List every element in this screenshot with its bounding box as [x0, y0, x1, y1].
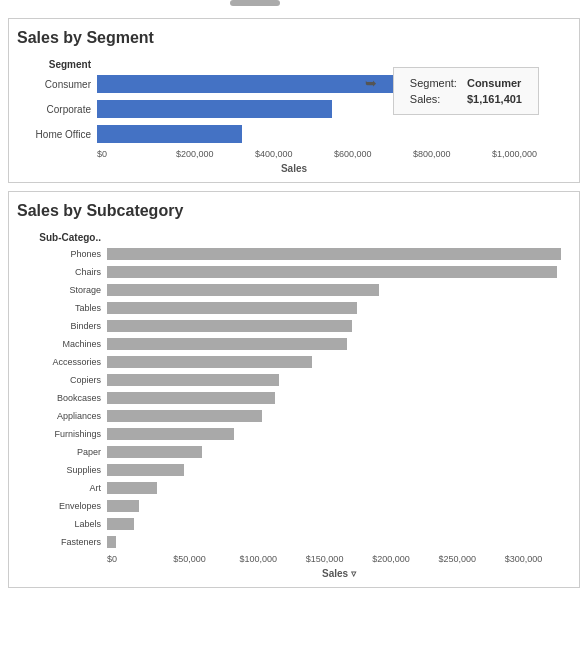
sub-bar-chairs[interactable]	[107, 266, 557, 278]
sub-row-labels[interactable]: Labels	[17, 516, 571, 532]
segment-row-homeoffice[interactable]: Home Office	[17, 123, 571, 145]
sub-column-header: Sub-Catego..	[17, 232, 107, 243]
sub-row-appliances[interactable]: Appliances	[17, 408, 571, 424]
sub-row-chairs[interactable]: Chairs	[17, 264, 571, 280]
sub-bar-fasteners[interactable]	[107, 536, 116, 548]
sub-row-storage[interactable]: Storage	[17, 282, 571, 298]
sub-label-phones: Phones	[17, 249, 107, 259]
subcategory-chart-title: Sales by Subcategory	[17, 202, 571, 220]
sub-bar-binders[interactable]	[107, 320, 352, 332]
tooltip-sales-value: $1,161,401	[463, 92, 526, 106]
sub-bar-supplies[interactable]	[107, 464, 184, 476]
sub-x-tick-5: $250,000	[438, 554, 504, 564]
tooltip-table: Segment: Consumer Sales: $1,161,401	[404, 74, 528, 108]
sub-label-art: Art	[17, 483, 107, 493]
sub-header-row: Sub-Catego..	[17, 228, 571, 246]
sub-label-binders: Binders	[17, 321, 107, 331]
sub-bar-furnishings[interactable]	[107, 428, 234, 440]
sub-label-accessories: Accessories	[17, 357, 107, 367]
sub-label-storage: Storage	[17, 285, 107, 295]
sub-label-chairs: Chairs	[17, 267, 107, 277]
x-tick-3: $600,000	[334, 149, 413, 159]
x-tick-4: $800,000	[413, 149, 492, 159]
sub-x-tick-4: $200,000	[372, 554, 438, 564]
sub-x-tick-6: $300,000	[505, 554, 571, 564]
segment-x-axis: $0 $200,000 $400,000 $600,000 $800,000 $…	[97, 149, 571, 159]
sub-row-copiers[interactable]: Copiers	[17, 372, 571, 388]
segment-label-consumer: Consumer	[17, 79, 97, 90]
sub-row-machines[interactable]: Machines	[17, 336, 571, 352]
sub-label-copiers: Copiers	[17, 375, 107, 385]
segment-chart-title: Sales by Segment	[17, 29, 571, 47]
x-tick-0: $0	[97, 149, 176, 159]
sub-label-appliances: Appliances	[17, 411, 107, 421]
sub-x-tick-3: $150,000	[306, 554, 372, 564]
sub-row-accessories[interactable]: Accessories	[17, 354, 571, 370]
segment-label-homeoffice: Home Office	[17, 129, 97, 140]
sub-row-art[interactable]: Art	[17, 480, 571, 496]
sub-row-furnishings[interactable]: Furnishings	[17, 426, 571, 442]
sub-row-fasteners[interactable]: Fasteners	[17, 534, 571, 550]
sub-label-bookcases: Bookcases	[17, 393, 107, 403]
segment-column-header: Segment	[17, 59, 97, 70]
sub-x-axis: $0 $50,000 $100,000 $150,000 $200,000 $2…	[107, 554, 571, 564]
sub-row-bookcases[interactable]: Bookcases	[17, 390, 571, 406]
segment-chart-section: Sales by Segment Segment Consumer Corpor…	[8, 18, 580, 183]
sub-row-envelopes[interactable]: Envelopes	[17, 498, 571, 514]
segment-x-axis-label: Sales	[17, 163, 571, 174]
tooltip-sales-label: Sales:	[406, 92, 461, 106]
sub-row-supplies[interactable]: Supplies	[17, 462, 571, 478]
sub-bar-tables[interactable]	[107, 302, 357, 314]
sub-x-tick-1: $50,000	[173, 554, 239, 564]
sub-row-binders[interactable]: Binders	[17, 318, 571, 334]
sort-icon[interactable]: ▿	[351, 568, 356, 579]
tooltip-segment-value: Consumer	[463, 76, 526, 90]
sub-row-phones[interactable]: Phones	[17, 246, 571, 262]
sub-bar-labels[interactable]	[107, 518, 134, 530]
sub-label-supplies: Supplies	[17, 465, 107, 475]
sub-x-tick-0: $0	[107, 554, 173, 564]
segment-bar-corporate[interactable]	[97, 100, 332, 118]
sub-bar-storage[interactable]	[107, 284, 379, 296]
sub-bar-art[interactable]	[107, 482, 157, 494]
sub-label-tables: Tables	[17, 303, 107, 313]
sub-label-furnishings: Furnishings	[17, 429, 107, 439]
sub-label-envelopes: Envelopes	[17, 501, 107, 511]
x-tick-2: $400,000	[255, 149, 334, 159]
sub-label-fasteners: Fasteners	[17, 537, 107, 547]
sub-x-tick-2: $100,000	[240, 554, 306, 564]
x-tick-5: $1,000,000	[492, 149, 571, 159]
sub-bar-paper[interactable]	[107, 446, 202, 458]
sub-x-axis-label: Sales ▿	[107, 568, 571, 579]
sub-bar-machines[interactable]	[107, 338, 347, 350]
scrollbar-handle[interactable]	[230, 0, 280, 6]
sub-bar-phones[interactable]	[107, 248, 561, 260]
sub-label-machines: Machines	[17, 339, 107, 349]
sub-bar-copiers[interactable]	[107, 374, 279, 386]
segment-label-corporate: Corporate	[17, 104, 97, 115]
sub-bar-appliances[interactable]	[107, 410, 262, 422]
sub-row-tables[interactable]: Tables	[17, 300, 571, 316]
sub-bar-accessories[interactable]	[107, 356, 312, 368]
x-tick-1: $200,000	[176, 149, 255, 159]
subcategory-bar-chart: Sub-Catego.. Phones Chairs Storage Table…	[17, 228, 571, 579]
sub-label-labels: Labels	[17, 519, 107, 529]
tooltip-segment-label: Segment:	[406, 76, 461, 90]
sub-label-paper: Paper	[17, 447, 107, 457]
sub-row-paper[interactable]: Paper	[17, 444, 571, 460]
subcategory-chart-section: Sales by Subcategory Sub-Catego.. Phones…	[8, 191, 580, 588]
sub-bar-bookcases[interactable]	[107, 392, 275, 404]
tooltip-box: Segment: Consumer Sales: $1,161,401	[393, 67, 539, 115]
sub-bar-envelopes[interactable]	[107, 500, 139, 512]
segment-bar-homeoffice[interactable]	[97, 125, 242, 143]
